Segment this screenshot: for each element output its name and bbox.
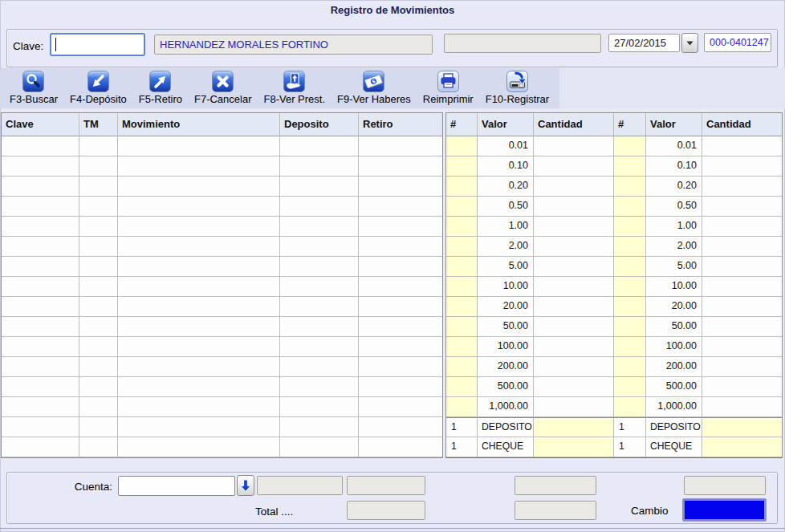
denom-count-cell[interactable] (614, 237, 646, 257)
denom-count-cell[interactable] (614, 197, 646, 217)
denom-count-cell[interactable] (614, 177, 646, 197)
special-count-cell: 1 (446, 437, 478, 457)
movement-cell (79, 136, 118, 156)
denominations-table: #ValorCantidad#ValorCantidad0.010.010.10… (445, 112, 783, 458)
denom-qty-cell (702, 277, 782, 297)
denom-count-cell[interactable] (446, 357, 478, 377)
denom-value-cell: 100.00 (478, 337, 534, 357)
denom-count-cell[interactable] (446, 136, 478, 156)
movement-cell (359, 237, 442, 257)
toolbar-button-f3-buscar[interactable]: F3-Buscar (10, 71, 58, 106)
denom-qty-cell (702, 357, 782, 377)
movement-cell (79, 197, 118, 217)
movement-cell (79, 237, 118, 257)
denominations-col-header: Valor (478, 113, 534, 136)
denom-count-cell[interactable] (614, 337, 646, 357)
denom-count-cell[interactable] (446, 297, 478, 317)
cuenta-dropdown-button[interactable] (237, 475, 254, 496)
denom-count-cell[interactable] (614, 257, 646, 277)
denom-count-cell[interactable] (446, 217, 478, 237)
date-field[interactable]: 27/02/2015 (608, 34, 680, 52)
movement-cell (118, 317, 280, 337)
toolbar-button-f5-retiro[interactable]: F5-Retiro (139, 71, 182, 106)
movement-cell (280, 317, 359, 337)
movement-cell (2, 156, 79, 177)
denom-count-cell[interactable] (446, 257, 478, 277)
special-qty-cell[interactable] (534, 417, 614, 437)
denom-count-cell[interactable] (446, 377, 478, 397)
deposit-arrow-icon (87, 71, 109, 93)
movement-cell (118, 237, 280, 257)
denom-count-cell[interactable] (446, 277, 478, 297)
denom-count-cell[interactable] (446, 177, 478, 197)
movement-cell (79, 217, 118, 237)
toolbar-button-f7-cancelar[interactable]: F7-Cancelar (194, 71, 252, 106)
denom-count-cell[interactable] (614, 217, 646, 237)
movement-cell (2, 337, 79, 357)
denom-count-cell[interactable] (446, 397, 478, 417)
denom-count-cell[interactable] (446, 317, 478, 337)
movement-cell (359, 317, 442, 337)
movement-cell (359, 437, 442, 457)
date-dropdown-button[interactable] (681, 33, 698, 53)
printer-icon (437, 71, 459, 93)
denom-qty-cell (702, 177, 782, 197)
clave-input[interactable] (50, 33, 145, 56)
denom-count-cell[interactable] (614, 277, 646, 297)
special-qty-cell[interactable] (702, 437, 782, 457)
denom-count-cell[interactable] (446, 337, 478, 357)
denom-count-cell[interactable] (446, 197, 478, 217)
special-label-cell: CHEQUE (478, 437, 534, 457)
special-qty-cell[interactable] (702, 417, 782, 437)
denom-count-cell[interactable] (614, 136, 646, 156)
movement-cell (280, 257, 359, 277)
denominations-col-header: Cantidad (702, 113, 782, 136)
denom-count-cell[interactable] (614, 357, 646, 377)
movement-cell (118, 136, 280, 156)
toolbar-button-f10-registrar[interactable]: F10-Registrar (486, 71, 549, 106)
date-text: 27/02/2015 (614, 37, 666, 49)
movement-cell (79, 277, 118, 297)
cuenta-input[interactable] (118, 476, 235, 496)
special-qty-cell[interactable] (534, 437, 614, 457)
hand-loan-icon (283, 71, 305, 93)
denominations-col-header: Valor (646, 113, 702, 136)
movements-col-header: TM (79, 113, 118, 136)
denom-count-cell[interactable] (614, 297, 646, 317)
special-label-cell: DEPOSITO (478, 417, 534, 437)
clave-label: Clave: (13, 40, 43, 52)
toolbar-button-label: F8-Ver Prest. (264, 93, 326, 106)
toolbar-button-label: F10-Registrar (486, 93, 549, 106)
toolbar-button-label: Reimprimir (423, 93, 474, 106)
denom-qty-cell (534, 297, 614, 317)
special-count-cell: 1 (614, 437, 646, 457)
movement-cell (359, 257, 442, 277)
denom-value-cell: 0.10 (478, 156, 534, 177)
denom-count-cell[interactable] (446, 237, 478, 257)
denom-count-cell[interactable] (614, 317, 646, 337)
toolbar-button-label: F5-Retiro (139, 93, 182, 106)
movement-cell (280, 237, 359, 257)
denom-value-cell: 20.00 (478, 297, 534, 317)
movement-cell (118, 177, 280, 197)
movement-cell (118, 337, 280, 357)
toolbar-button-f4-dep-sito[interactable]: F4-Depósito (70, 71, 127, 106)
movement-cell (2, 397, 79, 417)
denom-value-cell: 1.00 (646, 217, 702, 237)
movement-cell (280, 197, 359, 217)
movement-cell (2, 217, 79, 237)
toolbar-button-f9-ver-haberes[interactable]: $F9-Ver Haberes (337, 71, 411, 106)
denom-count-cell[interactable] (614, 377, 646, 397)
account-number-field[interactable]: 000-0401247 (704, 33, 771, 52)
toolbar-button-reimprimir[interactable]: Reimprimir (423, 71, 474, 106)
denom-count-cell[interactable] (614, 156, 646, 177)
denom-value-cell: 1.00 (478, 217, 534, 237)
movement-cell (280, 297, 359, 317)
denom-count-cell[interactable] (614, 397, 646, 417)
denom-count-cell[interactable] (446, 156, 478, 177)
denom-qty-cell (534, 357, 614, 377)
movement-cell (359, 377, 442, 397)
toolbar-button-f8-ver-prest-[interactable]: F8-Ver Prest. (264, 71, 326, 106)
denom-value-cell: 0.01 (646, 136, 702, 156)
movement-cell (359, 417, 442, 437)
